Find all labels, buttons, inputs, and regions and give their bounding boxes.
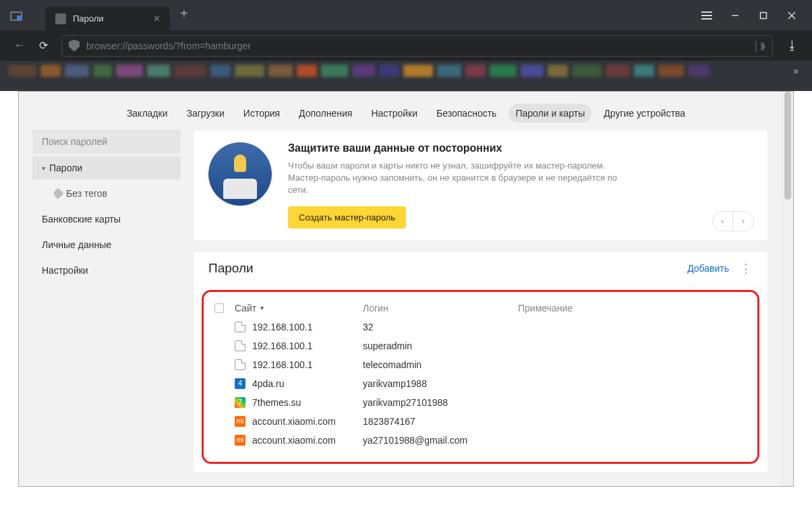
url-text: browser://passwords/?from=hamburger xyxy=(86,40,251,51)
site-favicon xyxy=(235,359,245,370)
tab-close-icon[interactable]: × xyxy=(154,13,160,25)
close-window-button[interactable] xyxy=(787,11,796,20)
promo-title: Защитите ваши данные от посторонних xyxy=(288,142,639,154)
table-row[interactable]: 192.168.100.1telecomadmin xyxy=(210,355,751,374)
promo-next-button[interactable]: › xyxy=(733,212,753,231)
topnav-item[interactable]: Безопасность xyxy=(430,104,503,123)
table-row[interactable]: 192.168.100.1superadmin xyxy=(210,336,751,355)
bookmark-chip[interactable] xyxy=(297,65,317,77)
svg-rect-1 xyxy=(761,12,767,18)
spaces-icon[interactable] xyxy=(10,10,25,21)
table-row[interactable]: 192.168.100.132 xyxy=(210,318,751,336)
passwords-panel: Пароли Добавить ⋮ Сайт▾ Логин Примечание… xyxy=(193,251,768,473)
cell-login: yarikvamp1988 xyxy=(363,378,518,389)
scrollbar-thumb[interactable] xyxy=(784,92,791,200)
create-master-password-button[interactable]: Создать мастер-пароль xyxy=(288,206,406,229)
table-row[interactable]: miaccount.xiaomi.comya27101988@gmail.com xyxy=(210,431,751,450)
sidebar-item-cards[interactable]: Банковские карты xyxy=(32,208,181,231)
bookmark-chip[interactable] xyxy=(658,65,684,77)
site-favicon: 4 xyxy=(235,378,245,389)
site-favicon xyxy=(235,322,245,332)
bookmark-chip[interactable] xyxy=(147,65,170,77)
sidebar-item-no-tags[interactable]: Без тегов xyxy=(32,182,181,205)
sidebar-item-settings[interactable]: Настройки xyxy=(32,259,181,282)
site-favicon: mi xyxy=(235,435,245,446)
table-row[interactable]: miaccount.xiaomi.com1823874167 xyxy=(210,412,751,431)
new-tab-button[interactable]: + xyxy=(180,6,188,24)
sidebar-item-label: Без тегов xyxy=(66,188,107,199)
promo-prev-button[interactable]: ‹ xyxy=(713,212,733,231)
cell-login: yarikvamp27101988 xyxy=(363,397,518,408)
tab-favicon xyxy=(55,13,66,24)
bookmark-chip[interactable] xyxy=(490,65,517,77)
bookmark-chip[interactable] xyxy=(40,65,61,77)
bookmark-chip[interactable] xyxy=(93,65,112,77)
bookmark-chip[interactable] xyxy=(174,65,206,77)
bookmark-chip[interactable] xyxy=(321,65,348,77)
bookmark-chip[interactable] xyxy=(116,65,143,77)
column-note[interactable]: Примечание xyxy=(518,303,747,314)
bookmark-chip[interactable] xyxy=(606,65,630,77)
table-row[interactable]: 44pda.ruyarikvamp1988 xyxy=(210,374,751,393)
topnav-item[interactable]: История xyxy=(237,104,287,123)
hamburger-menu-icon[interactable] xyxy=(702,11,712,20)
downloads-icon[interactable]: ⭳ xyxy=(786,38,799,53)
settings-top-nav: ЗакладкиЗагрузкиИсторияДополненияНастрой… xyxy=(19,92,793,129)
add-password-link[interactable]: Добавить xyxy=(687,263,729,274)
active-tab[interactable]: Пароли × xyxy=(45,7,170,30)
bookmark-chip[interactable] xyxy=(8,65,36,77)
bookmarks-bar: » xyxy=(0,61,812,81)
bookmark-chip[interactable] xyxy=(210,65,231,77)
cell-site: 192.168.100.1 xyxy=(252,322,313,332)
bookmark-chip[interactable] xyxy=(268,65,293,77)
maximize-button[interactable] xyxy=(759,11,768,20)
cell-login: 1823874167 xyxy=(363,416,518,427)
address-bar[interactable]: browser://passwords/?from=hamburger ❘◗ xyxy=(61,35,773,57)
cell-site: account.xiaomi.com xyxy=(252,416,336,427)
site-info-icon[interactable] xyxy=(69,40,80,52)
more-options-icon[interactable]: ⋮ xyxy=(740,261,753,276)
topnav-item[interactable]: Пароли и карты xyxy=(509,104,591,123)
tag-icon xyxy=(53,188,64,200)
bookmark-chip[interactable] xyxy=(521,65,544,77)
bookmark-chip[interactable] xyxy=(352,65,375,77)
table-row[interactable]: 77themes.suyarikvamp27101988 xyxy=(210,393,751,412)
bookmarks-overflow-icon[interactable]: » xyxy=(788,65,804,76)
sidebar-item-label: Пароли xyxy=(49,162,82,173)
nav-reload-button[interactable]: ⟳ xyxy=(39,39,48,52)
promo-text: Чтобы ваши пароли и карты никто не узнал… xyxy=(288,160,639,197)
column-login[interactable]: Логин xyxy=(363,303,518,314)
select-all-checkbox[interactable] xyxy=(214,303,224,313)
sidebar-item-passwords[interactable]: ▾Пароли xyxy=(32,156,181,179)
topnav-item[interactable]: Загрузки xyxy=(179,104,231,123)
passwords-table-highlight: Сайт▾ Логин Примечание 192.168.100.13219… xyxy=(202,290,759,464)
passwords-heading: Пароли xyxy=(208,261,254,276)
topnav-item[interactable]: Настройки xyxy=(364,104,424,123)
nav-back-button[interactable]: ← xyxy=(13,38,26,53)
bookmark-chip[interactable] xyxy=(548,65,568,77)
column-site[interactable]: Сайт▾ xyxy=(235,303,363,314)
scrollbar[interactable] xyxy=(782,92,793,486)
search-passwords-input[interactable]: Поиск паролей xyxy=(32,129,181,154)
cell-login: ya27101988@gmail.com xyxy=(363,435,518,446)
bookmark-chip[interactable] xyxy=(379,65,399,77)
topnav-item[interactable]: Дополнения xyxy=(292,104,359,123)
bookmark-chip[interactable] xyxy=(403,65,433,77)
site-favicon: mi xyxy=(235,416,245,427)
topnav-item[interactable]: Закладки xyxy=(120,104,175,123)
bookmark-chip[interactable] xyxy=(634,65,654,77)
bookmark-page-icon[interactable]: ❘◗ xyxy=(751,39,765,52)
bookmark-chip[interactable] xyxy=(437,65,461,77)
bookmark-chip[interactable] xyxy=(235,65,264,77)
promo-illustration xyxy=(208,142,272,206)
cell-site: 7themes.su xyxy=(252,397,301,408)
minimize-button[interactable] xyxy=(730,11,740,20)
bookmark-chip[interactable] xyxy=(688,65,709,77)
bookmark-chip[interactable] xyxy=(65,65,89,77)
cell-site: 192.168.100.1 xyxy=(252,359,313,370)
sidebar: Поиск паролей ▾Пароли Без тегов Банковск… xyxy=(32,129,181,473)
topnav-item[interactable]: Другие устройства xyxy=(597,104,692,123)
bookmark-chip[interactable] xyxy=(572,65,602,77)
bookmark-chip[interactable] xyxy=(465,65,486,77)
sidebar-item-personal[interactable]: Личные данные xyxy=(32,233,181,256)
